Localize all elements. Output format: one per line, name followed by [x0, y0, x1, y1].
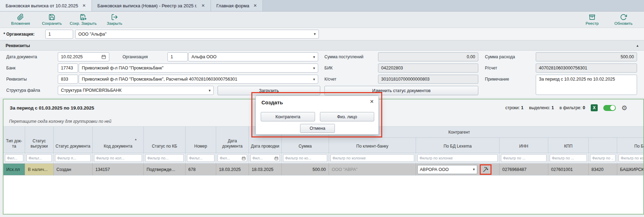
income-input[interactable] [378, 52, 478, 61]
paperclip-icon [17, 14, 24, 21]
column-header-doc-status[interactable]: Статус документа [54, 127, 93, 153]
tab-close-icon[interactable]: ✕ [253, 3, 257, 8]
tab-close-icon[interactable]: ✕ [201, 3, 205, 8]
column-header-doc-date[interactable]: Дата документа [216, 127, 249, 153]
grid-title: За период с 01.03.2025 по 19.03.2025 [10, 105, 94, 111]
registry-button[interactable]: Реестр [576, 14, 608, 25]
filter-input-lexema-db[interactable] [417, 154, 498, 162]
attachments-label: Вложения [11, 21, 30, 25]
cell-upload-status[interactable]: В налич... [25, 164, 54, 175]
cell-amount[interactable]: 500.00 [282, 164, 329, 175]
section-title: Реквизиты [6, 43, 30, 48]
cell-doc-status[interactable]: Создан [54, 164, 93, 175]
cell-inn[interactable]: 0276968487 [500, 164, 548, 175]
create-person-button[interactable]: Физ. лицо [320, 112, 374, 121]
org-code-input[interactable] [167, 52, 188, 61]
column-header-upload-status[interactable]: Статус выгрузки [25, 127, 54, 153]
close-button[interactable]: Закрыть [99, 14, 130, 25]
gear-icon[interactable]: ⚙ [621, 105, 627, 111]
bik-input[interactable] [378, 63, 478, 73]
column-header-number[interactable]: Номер [186, 127, 216, 153]
file-structure-select[interactable]: Структура ПРОМСВЯЗЬБАНК ▾ [58, 86, 214, 95]
cancel-button[interactable]: Отмена [300, 124, 335, 133]
organization-code-input[interactable] [45, 30, 73, 39]
registry-icon [589, 14, 596, 21]
cell-kb-status[interactable]: Подтвержде... [144, 164, 186, 175]
cell-kpp[interactable]: 027601001 [548, 164, 589, 175]
create-contractor-button[interactable]: Контрагента [261, 112, 315, 121]
cell-lexema-db[interactable]: АВРОРА ООО▾ [416, 164, 500, 175]
filter-input-doc-type[interactable] [5, 154, 23, 162]
selected-count: выделено: 1 [529, 105, 554, 110]
expense-input[interactable] [536, 52, 637, 61]
filter-input-amount[interactable] [283, 154, 327, 162]
requisites-code-input[interactable] [58, 75, 78, 84]
cell-posting-date[interactable]: 18.03.2025 [249, 164, 282, 175]
cell-doc-type[interactable]: Исх.пл [3, 164, 25, 175]
column-header-label: КПП [564, 144, 572, 149]
attachments-button[interactable]: Вложения [5, 14, 36, 25]
cell-number[interactable]: 678 [186, 164, 216, 175]
rs-input[interactable] [536, 63, 637, 73]
refresh-button[interactable]: Обновить [608, 14, 639, 25]
filter-input-kpp[interactable] [550, 154, 587, 162]
organization-bar: * Организация: ООО "Альфа" ▾ [0, 28, 644, 40]
org-name-select[interactable]: Альфа ООО ▾ [188, 52, 318, 61]
cell-value: 0276968487 [502, 167, 527, 172]
filter-input-kb-status[interactable] [145, 154, 184, 162]
requisites-label: Реквизиты [6, 77, 27, 82]
filter-cell-posting-date [249, 153, 282, 163]
filter-input-lexema-db-bank[interactable] [619, 154, 644, 162]
filter-input-doc-code[interactable] [94, 154, 142, 162]
filter-input-doc-status[interactable] [55, 154, 91, 162]
tab-main-form[interactable]: Главная форма ✕ [211, 0, 263, 11]
grid-toggle-switch[interactable] [603, 105, 616, 111]
filter-cell-bank-code [589, 153, 617, 163]
column-header-doc-code[interactable]: Код документа▲ [93, 127, 144, 153]
registry-label: Реестр [586, 21, 598, 25]
column-header-label: Статус выгрузки [26, 139, 52, 149]
bank-code-input[interactable] [58, 63, 78, 73]
change-status-button[interactable]: Изменить статус документов [324, 86, 478, 95]
note-textarea[interactable]: За период с 10.02.2025 по 10.02.2025 [536, 75, 637, 95]
cell-lexema-db-bank[interactable]: БАШКИРСК [617, 164, 644, 175]
counterparty-select[interactable]: АВРОРА ООО▾ [417, 165, 477, 174]
filter-input-inn[interactable] [501, 154, 547, 162]
cell-doc-date[interactable]: 18.03.2025 [216, 164, 249, 175]
tab-label: Банковская выписка от 10.02.2025 [6, 3, 78, 8]
filter-input-upload-status[interactable] [26, 154, 52, 162]
organization-select[interactable]: ООО "Альфа" ▾ [75, 30, 319, 39]
column-header-kb-status[interactable]: Статус по КБ [144, 127, 186, 153]
save-button[interactable]: Сохранить [36, 14, 68, 25]
filter-input-number[interactable] [187, 154, 214, 162]
table-row[interactable]: Исх.плВ налич...Создан134157Подтвержде..… [3, 164, 644, 175]
column-header-label: Код документа [104, 144, 132, 149]
rows-count: строки: 1 [505, 105, 523, 110]
tab-close-icon[interactable]: ✕ [83, 3, 86, 8]
toolbar: Вложения Сохранить Сохр. Закрыть Закрыть… [0, 12, 644, 28]
collapse-section-icon[interactable]: ▴ [636, 43, 638, 48]
cell-client-bank[interactable]: ООО "АВРА" [329, 164, 416, 175]
cell-doc-code[interactable]: 134157 [93, 164, 144, 175]
excel-export-icon[interactable]: X [591, 104, 598, 111]
ks-input[interactable] [378, 75, 478, 84]
magic-wand-icon[interactable] [482, 166, 489, 173]
refresh-icon [620, 14, 627, 21]
org-field-label: Организация [123, 54, 148, 59]
filter-input-client-bank[interactable] [330, 154, 414, 162]
requisites-select[interactable]: Приволжский ф-л ПАО "Промсвязьбанк", Рас… [79, 75, 318, 84]
cell-value: Создан [56, 167, 71, 172]
tab-bank-statement-registry[interactable]: Банковская выписка (Новая) - Реестр за 2… [92, 0, 211, 11]
filter-cell-doc-date [216, 153, 249, 163]
app-window: Банковская выписка от 10.02.2025 ✕ Банко… [0, 0, 644, 217]
dialog-close-icon[interactable]: ✕ [370, 99, 374, 104]
cell-value: 83420 [591, 167, 604, 172]
doc-date-input[interactable]: 10.02.2025 [58, 52, 109, 61]
cell-bank-code[interactable]: 83420 [589, 164, 617, 175]
save-close-button[interactable]: Сохр. Закрыть [68, 14, 99, 25]
filter-input-bank-code[interactable] [590, 154, 615, 162]
load-button[interactable]: Загрузить [218, 86, 320, 95]
tab-bank-statement[interactable]: Банковская выписка от 10.02.2025 ✕ [0, 0, 92, 11]
bank-select[interactable]: Приволжский ф-л ПАО "Промсвязьбанк" ▾ [79, 63, 318, 73]
column-header-doc-type[interactable]: Тип док-та [3, 127, 25, 153]
